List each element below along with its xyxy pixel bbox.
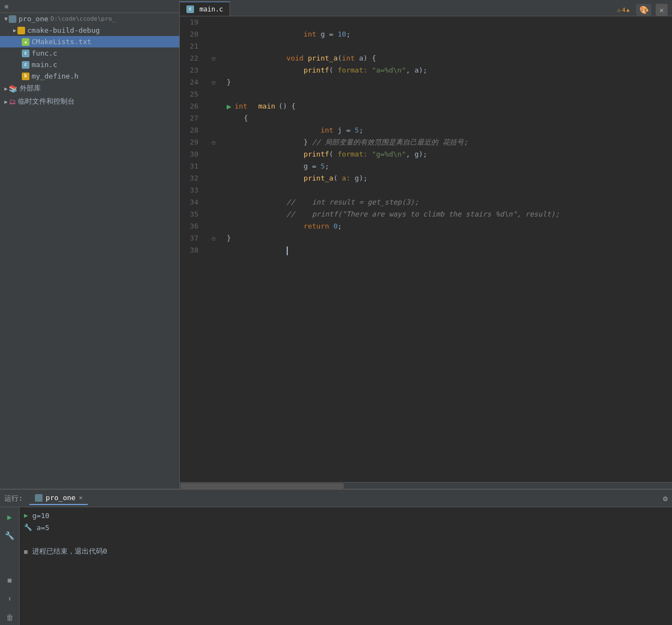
panel-tab-pro-one[interactable]: pro_one ✕ [29, 491, 88, 505]
fold-icon-37[interactable]: ⊟ [212, 236, 215, 242]
sidebar: ≡ ▼ pro_one D:\code\ccode\pro_ ▶ cmake-b… [0, 0, 180, 489]
gutter-20 [207, 28, 220, 40]
linenum-28: 28 [180, 124, 203, 136]
panel-scroll-up-button[interactable]: ⬆ [2, 591, 17, 606]
color-tool-button[interactable]: 🎨 [636, 4, 651, 16]
fold-icon-29[interactable]: ⊟ [212, 140, 215, 146]
panel-stop-button[interactable]: ■ [2, 573, 17, 588]
gutter-30 [207, 148, 220, 160]
gutter-34 [207, 196, 220, 208]
output-text-exit: 进程已结束，退出代码0 [32, 546, 107, 556]
panel-run-label: 运行: [4, 494, 23, 503]
gutter-29: ⊟ [207, 136, 220, 148]
chevron-right-tmp: ▶ [4, 99, 8, 105]
panel-trash-button[interactable]: 🗑 [2, 610, 17, 625]
sidebar-tool-btn[interactable]: ≡ [2, 2, 10, 11]
code-view[interactable]: 19 20 21 22 23 24 25 26 27 28 29 30 31 3… [180, 16, 672, 482]
scrollbar-track [180, 483, 671, 489]
linenum-33: 33 [180, 184, 203, 196]
linenum-20: 20 [180, 28, 203, 40]
output-stop-icon: ■ [24, 548, 28, 555]
close-panel-button[interactable]: ✕ [656, 4, 668, 16]
sidebar-item-pro-one[interactable]: ▼ pro_one D:\code\ccode\pro_ [0, 13, 179, 25]
sidebar-path: D:\code\ccode\pro_ [51, 15, 116, 22]
sidebar-label-external-libs: 外部库 [20, 83, 41, 93]
scroll-up-icon: ⬆ [8, 595, 11, 603]
sidebar-item-my-defineh[interactable]: h my_define.h [0, 70, 179, 82]
panel-tab-close-button[interactable]: ✕ [79, 494, 83, 501]
sidebar-label-cmakeliststxt: CMakeLists.txt [32, 38, 92, 46]
sidebar-label-pro-one: pro_one [19, 15, 49, 23]
file-icon-funcc: c [22, 50, 29, 57]
play-icon: ▶ [7, 513, 11, 521]
chevron-right-icon: ▶ [13, 27, 16, 33]
sidebar-label-mainc: main.c [32, 61, 57, 69]
text-cursor [287, 247, 288, 255]
sidebar-item-tmp-files[interactable]: ▶ 🗂 临时文件和控制台 [0, 95, 179, 108]
panel-tabs: 运行: pro_one ✕ ⚙ [0, 490, 672, 507]
sidebar-item-external-libs[interactable]: ▶ 📚 外部库 [0, 82, 179, 95]
bottom-panel: 运行: pro_one ✕ ⚙ ▶ 🔧 ■ [0, 489, 672, 625]
fold-icon-22[interactable]: ⊟ [212, 56, 215, 62]
linenum-29: 29 [180, 136, 203, 148]
warning-icon: ⚠ [617, 7, 621, 14]
linenum-37: 37 [180, 232, 203, 244]
gutter: ⊟ ⊟ ⊟ [207, 16, 220, 482]
trash-icon: 🗑 [6, 613, 14, 622]
gutter-23 [207, 64, 220, 76]
linenum-24: 24 [180, 76, 203, 88]
code-line-23: printf( format: "a=%d\n", a); [222, 64, 672, 76]
main-container: ≡ ▼ pro_one D:\code\ccode\pro_ ▶ cmake-b… [0, 0, 672, 625]
output-wrench-icon: 🔧 [24, 524, 32, 531]
file-icon-my-defineh: h [22, 73, 29, 80]
debug-run-button[interactable]: ▶ [227, 100, 231, 112]
panel-sidebar: ▶ 🔧 ■ ⬆ 🗑 [0, 507, 20, 625]
panel-settings-button[interactable]: ⚙ [663, 494, 668, 503]
linenum-27: 27 [180, 112, 203, 124]
panel-play-button[interactable]: ▶ [2, 509, 17, 525]
code-lines[interactable]: int g = 10; void print_a(int a) { [220, 16, 672, 482]
panel-wrench-button[interactable]: 🔧 [2, 528, 17, 543]
wrench-icon: 🔧 [5, 531, 14, 540]
editor-tab-main[interactable]: c main.c [180, 2, 230, 16]
editor-area: c main.c ⚠ 4 ▲ 🎨 ✕ [180, 0, 672, 489]
output-play-icon: ▶ [24, 512, 28, 519]
sidebar-label-funcc: func.c [32, 49, 57, 57]
chevron-up-icon: ▲ [627, 7, 629, 13]
sidebar-item-cmakeliststxt[interactable]: ▲ CMakeLists.txt [0, 36, 179, 47]
gutter-22: ⊟ [207, 52, 220, 64]
scrollbar-thumb[interactable] [180, 483, 344, 489]
tab-label-main: main.c [199, 5, 223, 13]
lib-icon: 📚 [9, 85, 17, 93]
code-line-32: print_a( a: g); [222, 172, 672, 184]
warning-count: 4 [622, 7, 626, 14]
code-line-26: ▶ int main() { [222, 100, 672, 112]
linenum-25: 25 [180, 88, 203, 100]
mini-toolbar: ≡ [0, 0, 179, 13]
color-tool-icon: 🎨 [639, 5, 649, 14]
sidebar-item-mainc[interactable]: c main.c [0, 59, 179, 70]
tab-right-controls: ⚠ 4 ▲ 🎨 ✕ [615, 4, 672, 16]
content-area: ≡ ▼ pro_one D:\code\ccode\pro_ ▶ cmake-b… [0, 0, 672, 489]
gutter-19 [207, 16, 220, 28]
sidebar-item-funcc[interactable]: c func.c [0, 47, 179, 59]
horizontal-scrollbar[interactable] [180, 482, 672, 489]
gutter-24: ⊟ [207, 76, 220, 88]
stop-icon: ■ [8, 576, 11, 584]
fold-icon-24[interactable]: ⊟ [212, 80, 215, 86]
linenum-34: 34 [180, 196, 203, 208]
gutter-27 [207, 112, 220, 124]
gutter-31 [207, 160, 220, 172]
panel-tab-icon [35, 494, 43, 502]
chevron-down-icon: ▼ [4, 16, 8, 22]
sidebar-item-cmake-build[interactable]: ▶ cmake-build-debug [0, 25, 179, 36]
sidebar-label-cmake-build: cmake-build-debug [27, 26, 100, 34]
warning-badge[interactable]: ⚠ 4 ▲ [615, 6, 632, 14]
gutter-36 [207, 220, 220, 232]
gutter-32 [207, 172, 220, 184]
line-numbers: 19 20 21 22 23 24 25 26 27 28 29 30 31 3… [180, 16, 207, 482]
gutter-25 [207, 88, 220, 100]
output-line-blank [24, 533, 668, 545]
gutter-35 [207, 208, 220, 220]
chevron-right-external: ▶ [4, 86, 8, 92]
